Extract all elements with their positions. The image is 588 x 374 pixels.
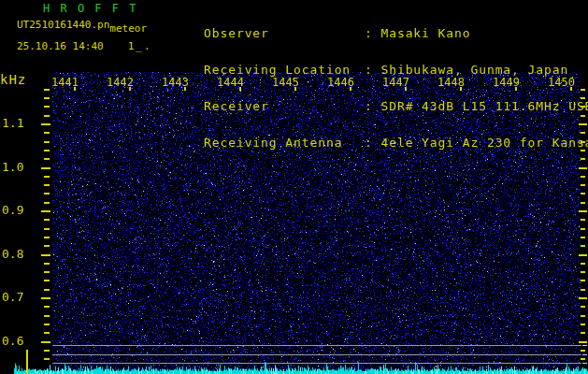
freq-tick-mark-left: [41, 167, 50, 169]
freq-tick-mark-left: [44, 89, 50, 91]
freq-tick-mark-right: [581, 193, 585, 194]
info-label: Receiving Antenna: [204, 137, 365, 149]
freq-tick-mark-right: [581, 184, 585, 186]
freq-tick-mark-right: [579, 297, 587, 299]
filename-row: UT2510161440.pnmeteor: [17, 19, 147, 31]
info-row-receiver: Receiver: SDR# 43dB L15 111.6MHz USB: [204, 100, 588, 112]
info-value: : Shibukawa, Gunma, Japan: [365, 63, 568, 77]
freq-tick-label: 0.7: [2, 290, 23, 304]
info-row-observer: Observer: Masaki Kano: [204, 27, 588, 39]
freq-tick-mark-right: [581, 280, 585, 281]
freq-tick-mark-right: [581, 315, 585, 317]
freq-tick-mark-left: [44, 271, 50, 273]
freq-tick-mark-left: [41, 341, 50, 343]
freq-tick-mark-left: [44, 97, 50, 99]
freq-tick-mark-right: [579, 167, 587, 169]
level-ref-tick: [582, 363, 587, 364]
freq-tick-mark-left: [41, 123, 50, 125]
freq-tick-mark-right: [579, 123, 587, 125]
info-label: Receiver: [204, 100, 365, 112]
freq-tick-mark-right: [579, 341, 587, 343]
freq-tick-mark-left: [44, 202, 50, 204]
level-ref-line: [52, 345, 581, 346]
freq-tick-mark-left: [44, 245, 50, 247]
freq-tick-mark-right: [581, 132, 585, 134]
freq-tick-label: 1.0: [2, 160, 23, 174]
counter-label: 1_.: [128, 40, 152, 52]
time-tick-mark: [184, 87, 186, 91]
info-label: Observer: [204, 27, 365, 39]
freq-tick-mark-left: [44, 280, 50, 281]
freq-tick-mark-left: [44, 184, 50, 186]
freq-tick-mark-right: [579, 254, 587, 256]
freq-tick-mark-right: [581, 228, 585, 230]
freq-tick-mark-left: [44, 219, 50, 221]
freq-tick-mark-left: [44, 358, 50, 360]
freq-tick-mark-right: [581, 97, 585, 99]
frequency-axis-title: kHz: [0, 72, 26, 87]
time-tick-mark: [515, 87, 517, 91]
freq-tick-mark-right: [581, 106, 585, 108]
freq-tick-mark-left: [44, 237, 50, 238]
observation-type-label: meteor: [109, 22, 147, 35]
freq-tick-mark-left: [44, 176, 50, 178]
time-tick-mark: [74, 87, 76, 91]
freq-tick-mark-left: [41, 297, 50, 299]
app-title: H R O F F T: [43, 2, 137, 15]
freq-tick-mark-left: [44, 332, 50, 334]
freq-tick-label: 1.1: [2, 116, 23, 130]
freq-tick-mark-left: [44, 115, 50, 117]
freq-tick-mark-right: [581, 306, 585, 308]
freq-tick-mark-left: [44, 324, 50, 325]
freq-tick-mark-right: [581, 332, 585, 334]
freq-tick-mark-right: [581, 219, 585, 221]
freq-tick-mark-left: [44, 150, 50, 151]
freq-tick-mark-right: [581, 150, 585, 151]
freq-tick-mark-right: [581, 237, 585, 238]
freq-tick-mark-right: [581, 158, 585, 160]
freq-tick-mark-right: [581, 89, 585, 91]
freq-tick-mark-right: [581, 202, 585, 204]
freq-tick-mark-left: [44, 132, 50, 134]
time-tick-mark: [405, 87, 407, 91]
freq-tick-mark-left: [44, 193, 50, 194]
freq-tick-mark-left: [44, 228, 50, 230]
freq-tick-mark-left: [41, 254, 50, 256]
level-ref-line: [52, 354, 581, 355]
time-tick-mark: [460, 87, 462, 91]
freq-tick-mark-right: [581, 263, 585, 265]
signal-level-strip-canvas: [14, 359, 588, 374]
info-row-antenna: Receiving Antenna: 4ele Yagi Az 230 for …: [204, 137, 588, 149]
freq-tick-label: 0.8: [2, 247, 23, 261]
freq-tick-label: 0.6: [2, 334, 23, 348]
level-ref-tick: [582, 354, 587, 355]
freq-tick-mark-left: [44, 350, 50, 352]
time-tick-mark: [350, 87, 351, 91]
freq-tick-mark-left: [44, 158, 50, 160]
freq-tick-mark-left: [44, 263, 50, 265]
freq-tick-mark-right: [581, 324, 585, 325]
freq-tick-mark-left: [44, 141, 50, 143]
info-value: : Masaki Kano: [365, 26, 470, 40]
freq-tick-mark-right: [579, 210, 587, 212]
freq-tick-mark-right: [581, 115, 585, 117]
freq-tick-mark-right: [581, 358, 585, 360]
time-tick-mark: [129, 87, 131, 91]
info-label: Receiving Location: [204, 64, 365, 76]
datetime-row: 25.10.16 14:401_.: [17, 40, 152, 52]
info-row-location: Receiving Location: Shibukawa, Gunma, Ja…: [204, 64, 588, 76]
hrofft-output-screen: H R O F F T UT2510161440.pnmeteor 25.10.…: [0, 0, 588, 374]
freq-tick-mark-left: [44, 106, 50, 108]
time-tick-mark: [294, 87, 296, 91]
freq-tick-mark-left: [41, 210, 50, 212]
info-value: : SDR# 43dB L15 111.6MHz USB: [365, 99, 588, 113]
freq-tick-mark-left: [44, 306, 50, 308]
time-marker-line: [26, 350, 28, 374]
level-ref-tick: [582, 345, 587, 346]
freq-tick-mark-right: [581, 350, 585, 352]
freq-tick-label: 0.9: [2, 203, 23, 217]
time-tick-mark: [239, 87, 241, 91]
freq-tick-mark-right: [581, 176, 585, 178]
freq-tick-mark-right: [581, 245, 585, 247]
freq-tick-mark-right: [581, 289, 585, 291]
